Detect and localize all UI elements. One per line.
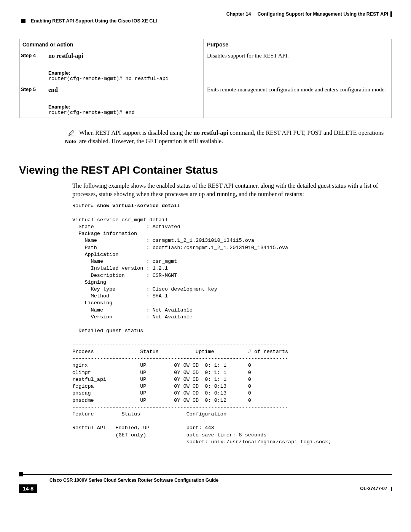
th-purpose: Purpose xyxy=(204,39,392,50)
subheader-square-icon xyxy=(21,19,25,23)
page-number: 14-8 xyxy=(19,484,37,493)
step-label: Step 4 xyxy=(19,50,46,84)
command-name: end xyxy=(48,86,58,93)
section-paragraph: The following example shows the enabled … xyxy=(72,182,392,198)
guide-title: Cisco CSR 1000V Series Cloud Services Ro… xyxy=(49,478,392,483)
section-breadcrumb: Enabling REST API Support Using the Cisc… xyxy=(31,18,157,24)
step-label: Step 5 xyxy=(19,84,46,118)
running-subheader: Enabling REST API Support Using the Cisc… xyxy=(19,18,392,24)
note-icon xyxy=(68,132,76,138)
cli-command: show virtual-service detail xyxy=(97,203,180,209)
note-command: no restful-api xyxy=(193,129,228,136)
footer-end-bar xyxy=(391,487,392,491)
footer-rule xyxy=(23,474,392,475)
table-row: Step 5 end Example: router(cfg-remote-mg… xyxy=(19,84,392,118)
command-cell: end Example: router(cfg-remote-mgmt)# en… xyxy=(45,84,204,118)
table-row: Step 4 no restful-api Example: router(cf… xyxy=(19,50,392,84)
footer-square-icon xyxy=(19,472,23,476)
purpose-cell: Disables support for the REST API. xyxy=(204,50,392,84)
header-end-bar xyxy=(390,11,392,17)
note-block: Note When REST API support is disabled u… xyxy=(53,129,392,145)
procedure-table: Command or Action Purpose Step 4 no rest… xyxy=(19,39,392,118)
chapter-number: Chapter 14 xyxy=(226,11,251,17)
example-label: Example: xyxy=(48,70,201,76)
command-cell: no restful-api Example: router(cfg-remot… xyxy=(45,50,204,84)
note-label: Note xyxy=(53,139,76,144)
example-code: router(cfg-remote-mgmt)# no restful-api xyxy=(48,76,201,81)
section-heading: Viewing the REST API Container Status xyxy=(19,164,392,176)
code-output: Router# show virtual-service detail Virt… xyxy=(72,203,392,446)
th-command: Command or Action xyxy=(19,39,204,50)
chapter-title: Configuring Support for Management Using… xyxy=(258,11,388,17)
example-code: router(cfg-remote-mgmt)# end xyxy=(48,110,201,115)
purpose-cell: Exits remote-management configuration mo… xyxy=(204,84,392,118)
command-name: no restful-api xyxy=(48,53,83,59)
note-text: When REST API support is disabled using … xyxy=(79,129,392,145)
example-label: Example: xyxy=(48,104,201,110)
document-number: OL-27477-07 xyxy=(360,486,392,491)
running-header: Chapter 14 Configuring Support for Manag… xyxy=(19,11,392,17)
cli-output: Virtual service csr_mgmt detail State : … xyxy=(72,217,331,445)
page-footer: Cisco CSR 1000V Series Cloud Services Ro… xyxy=(19,472,392,493)
